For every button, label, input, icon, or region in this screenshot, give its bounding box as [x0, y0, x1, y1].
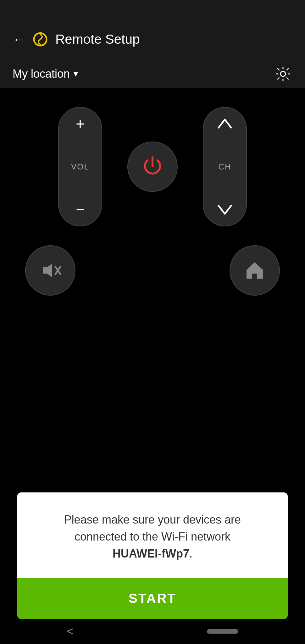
- location-bar: My location ▾: [0, 60, 305, 88]
- app-logo-icon: [33, 32, 48, 47]
- page-title: Remote Setup: [55, 32, 292, 47]
- volume-control[interactable]: + VOL −: [58, 107, 102, 226]
- settings-button[interactable]: [274, 64, 292, 83]
- home-icon: [243, 259, 266, 282]
- channel-control[interactable]: CH: [203, 107, 247, 226]
- gear-icon: [275, 66, 291, 82]
- power-icon: [140, 154, 165, 179]
- empty-area: [0, 308, 305, 472]
- dialog-text: Please make sure your devices areconnect…: [36, 511, 269, 562]
- channel-up-button[interactable]: [215, 116, 234, 130]
- nav-back-button[interactable]: <: [67, 625, 73, 638]
- back-button[interactable]: ←: [13, 32, 25, 47]
- location-selector[interactable]: My location ▾: [13, 67, 78, 80]
- nav-home-pill[interactable]: [207, 629, 238, 634]
- location-label: My location: [13, 67, 70, 80]
- dialog-message-area: Please make sure your devices areconnect…: [17, 492, 288, 578]
- remote-bottom-row: [19, 245, 286, 296]
- start-button[interactable]: START: [17, 578, 288, 619]
- status-bar: [0, 0, 305, 19]
- mute-icon: [39, 259, 62, 282]
- home-button[interactable]: [230, 245, 280, 296]
- channel-down-button[interactable]: [215, 203, 234, 217]
- power-button[interactable]: [127, 142, 178, 192]
- wifi-dialog: Please make sure your devices areconnect…: [17, 492, 288, 619]
- remote-top-row: + VOL − CH: [19, 107, 286, 226]
- volume-down-button[interactable]: −: [76, 202, 85, 217]
- mute-button[interactable]: [25, 245, 75, 296]
- remote-control-area: + VOL − CH: [0, 88, 305, 308]
- svg-point-1: [280, 71, 286, 76]
- volume-label: VOL: [71, 162, 89, 172]
- dropdown-arrow-icon: ▾: [74, 69, 78, 79]
- navigation-bar: <: [0, 619, 305, 644]
- app-header: ← Remote Setup: [0, 19, 305, 60]
- volume-up-button[interactable]: +: [76, 116, 85, 131]
- channel-label: CH: [218, 162, 231, 172]
